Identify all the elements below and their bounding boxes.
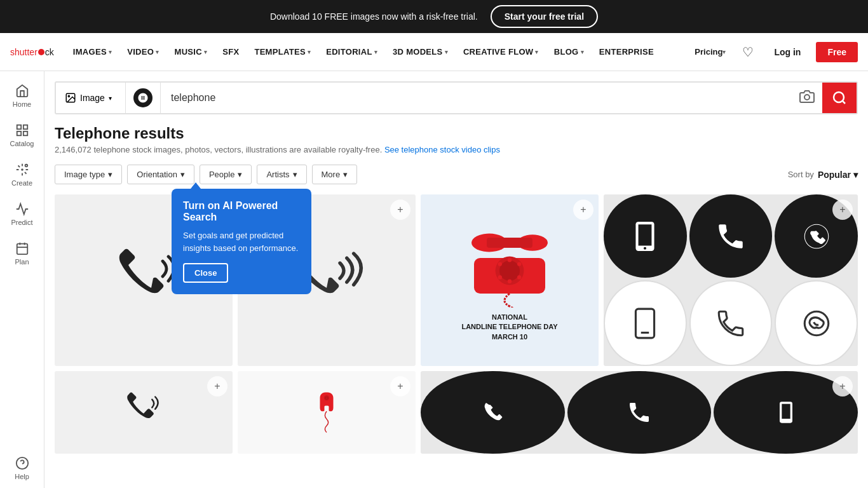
svg-point-4 [22, 169, 23, 170]
search-type-select[interactable]: Image ▾ [56, 83, 126, 113]
classic-phone-svg [459, 219, 560, 308]
search-button[interactable] [822, 83, 857, 113]
phone-icon-cell-1 [604, 194, 687, 278]
svg-point-22 [499, 261, 520, 281]
phone-icon-cell-6 [775, 280, 858, 366]
zoom-button[interactable]: + [390, 200, 410, 220]
nav-right: Pricing ▾ ♡ Log in Free [688, 33, 858, 71]
nav-item-editorial[interactable]: EDITORIAL ▾ [320, 33, 384, 71]
free-button[interactable]: Free [816, 42, 858, 62]
nav-item-images[interactable]: IMAGES ▾ [67, 33, 118, 71]
people-filter[interactable]: People ▾ [200, 165, 252, 184]
camera-search-icon[interactable] [792, 89, 822, 107]
artists-filter[interactable]: Artists ▾ [257, 165, 306, 184]
home-icon [15, 84, 29, 98]
orientation-filter[interactable]: Orientation ▾ [127, 165, 194, 184]
chevron-down-icon: ▾ [109, 49, 112, 55]
sidebar-item-create[interactable]: Create [0, 155, 44, 194]
help-icon [15, 456, 29, 470]
chevron-down-icon: ▾ [109, 95, 112, 102]
zoom-button[interactable]: + [207, 376, 227, 396]
ai-tooltip-close-button[interactable]: Close [183, 263, 228, 283]
sidebar-item-home[interactable]: Home [0, 76, 44, 116]
logo-dot [38, 49, 44, 55]
nav-item-blog[interactable]: BLOG ▾ [548, 33, 590, 71]
nav-item-video[interactable]: VIDEO ▾ [121, 33, 165, 71]
navbar: shutterck IMAGES ▾ VIDEO ▾ MUSIC ▾ SFX T… [0, 33, 868, 71]
red-handset-svg [304, 390, 349, 435]
ai-tooltip-title: Turn on AI Powered Search [183, 200, 300, 223]
svg-rect-3 [23, 132, 27, 135]
more-filter[interactable]: More ▾ [312, 165, 358, 184]
chevron-down-icon: ▾ [293, 170, 297, 179]
chevron-down-icon: ▾ [156, 49, 159, 55]
svg-point-15 [834, 92, 844, 102]
svg-point-5 [25, 165, 27, 167]
search-input[interactable] [161, 92, 792, 104]
create-icon [15, 163, 29, 177]
zoom-button[interactable]: + [832, 376, 853, 396]
zoom-button[interactable]: + [832, 200, 853, 220]
banner-text: Download 10 FREE images now with a risk-… [270, 11, 478, 22]
free-trial-button[interactable]: Start your free trial [491, 5, 598, 28]
svg-point-28 [498, 262, 502, 266]
chevron-down-icon: ▾ [204, 49, 207, 55]
svg-rect-6 [17, 244, 27, 255]
chevron-down-icon: ▾ [535, 49, 538, 55]
search-icon [832, 90, 847, 105]
svg-rect-1 [23, 125, 27, 129]
svg-point-25 [517, 275, 521, 279]
phone-icon-cell-b2 [567, 371, 712, 454]
image-card-4[interactable]: + [604, 194, 858, 366]
svg-point-24 [517, 262, 521, 266]
image-card-6[interactable]: + [238, 371, 416, 454]
logo-shutter: shutter [10, 47, 37, 57]
image-card-5[interactable]: + [55, 371, 233, 454]
nav-item-templates[interactable]: TEMPLATES ▾ [248, 33, 317, 71]
nav-item-3dmodels[interactable]: 3D MODELS ▾ [386, 33, 454, 71]
sidebar-item-predict[interactable]: Predict [0, 194, 44, 234]
svg-point-13 [68, 95, 69, 97]
predict-icon [15, 202, 29, 216]
sidebar-item-plan[interactable]: Plan [0, 234, 44, 273]
svg-rect-30 [639, 224, 652, 245]
chevron-down-icon: ▾ [343, 170, 348, 179]
classic-phone-caption: NATIONALLANDLINE TELEPHONE DAYMARCH 10 [461, 313, 557, 342]
zoom-button[interactable]: + [390, 376, 410, 396]
nav-item-music[interactable]: MUSIC ▾ [168, 33, 214, 71]
wishlist-icon[interactable]: ♡ [737, 44, 759, 60]
image-type-icon [65, 92, 76, 104]
ai-icon-container[interactable] [126, 83, 161, 113]
image-type-filter[interactable]: Image type ▾ [55, 165, 122, 184]
nav-pricing[interactable]: Pricing ▾ [688, 33, 732, 71]
phone-icon-cell-5 [689, 280, 773, 366]
svg-rect-2 [17, 132, 20, 135]
chevron-down-icon: ▾ [581, 49, 584, 55]
chevron-down-icon: ▾ [853, 170, 858, 180]
content-area: Image ▾ [44, 71, 868, 488]
svg-point-40 [785, 420, 787, 422]
image-card-3[interactable]: NATIONALLANDLINE TELEPHONE DAYMARCH 10 + [421, 194, 599, 366]
logo[interactable]: shutterck [10, 47, 54, 57]
zoom-button[interactable]: + [573, 200, 593, 220]
sidebar-item-catalog[interactable]: Catalog [0, 116, 44, 155]
ai-tooltip-text: Set goals and get predicted insights bas… [183, 229, 300, 254]
catalog-icon [15, 123, 29, 137]
video-clips-link[interactable]: See telephone stock video clips [384, 145, 500, 154]
ai-tooltip-popup: Turn on AI Powered Search Set goals and … [172, 189, 311, 294]
sidebar-item-help[interactable]: Help [0, 449, 44, 488]
plan-icon [15, 241, 29, 255]
login-button[interactable]: Log in [764, 42, 811, 62]
sidebar: Home Catalog Create Predict [0, 71, 44, 488]
image-card-7[interactable]: + [421, 371, 858, 454]
sort-select[interactable]: Popular ▾ [818, 170, 858, 180]
nav-item-sfx[interactable]: SFX [216, 33, 245, 71]
logo-stock: ck [45, 47, 54, 57]
chevron-down-icon: ▾ [722, 49, 726, 55]
chevron-down-icon: ▾ [374, 49, 377, 55]
svg-point-31 [644, 247, 646, 249]
nav-item-enterprise[interactable]: ENTERPRISE [593, 33, 660, 71]
main-layout: Home Catalog Create Predict [0, 71, 868, 488]
nav-item-creativeflow[interactable]: CREATIVE FLOW ▾ [457, 33, 545, 71]
phone-icon-cell-4 [604, 280, 687, 366]
